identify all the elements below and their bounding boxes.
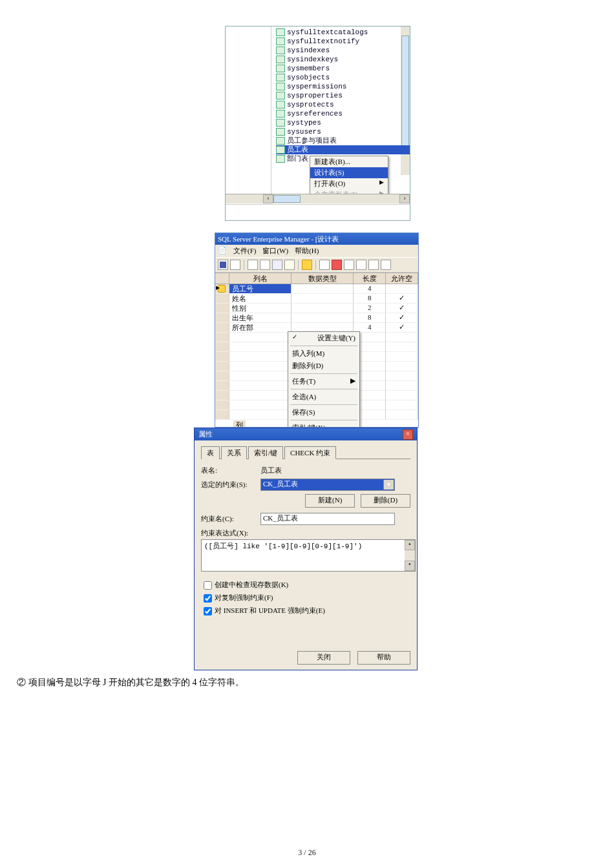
primary-key-icon[interactable] (302, 260, 312, 270)
menu-new-table[interactable]: 新建表(B)... (310, 156, 388, 167)
table-icon (276, 137, 285, 145)
tree-item-label: sysreferences (287, 109, 343, 118)
help-button[interactable]: 帮助 (357, 651, 410, 665)
tree-item[interactable]: 员工表 (276, 145, 410, 154)
label-constraint-name: 约束名(C): (201, 514, 260, 524)
tab-table[interactable]: 表 (201, 446, 220, 459)
relationships-icon[interactable] (332, 260, 342, 270)
cell-col-name: 所在部 (229, 323, 291, 333)
new-button[interactable]: 新建(N) (305, 494, 355, 508)
tree-item-label: 员工参与项目表 (287, 136, 337, 145)
menu-window[interactable]: 窗口(W) (262, 246, 288, 256)
table-row[interactable]: 姓名8✓ (215, 294, 418, 304)
window-title: SQL Server Enterprise Manager - [设计表 (215, 233, 418, 245)
table-icon (276, 92, 285, 99)
paste-icon[interactable] (284, 260, 295, 270)
script-icon[interactable] (230, 260, 240, 270)
cell-allow-null: ✓ (386, 313, 418, 323)
tree-item-label: sysfulltextcatalogs (287, 28, 368, 37)
table-icon (276, 146, 285, 154)
diagram-icon[interactable] (368, 260, 379, 270)
tree-item[interactable]: sysusers (276, 127, 410, 136)
check-icon[interactable] (356, 260, 366, 270)
table-row[interactable]: 性别2✓ (215, 304, 418, 313)
label-selected-constraint: 选定的约束(S): (201, 480, 260, 490)
cell-col-name: 性别 (229, 304, 291, 313)
cell-col-name: 出生年 (229, 313, 291, 323)
tree-item-label: sysproperties (287, 91, 343, 100)
delete-button[interactable]: 删除(D) (361, 494, 410, 508)
menu-save[interactable]: 保存(S) (288, 406, 359, 418)
table-icon (276, 110, 285, 118)
tree-item[interactable]: 员工参与项目表 (276, 136, 410, 145)
tree-item[interactable]: syspermissions (276, 82, 410, 91)
indexes-icon[interactable] (319, 260, 330, 270)
tree-item-label: 员工表 (287, 145, 308, 154)
menu-set-primary-key[interactable]: 设置主键(Y) (288, 332, 359, 344)
table-icon (276, 37, 285, 45)
table-row[interactable]: 员工号4 (215, 284, 418, 294)
tree-item[interactable]: systypes (276, 118, 410, 127)
menu-design-table[interactable]: 设计表(S) (310, 167, 388, 178)
manage-icon[interactable] (344, 260, 354, 270)
cell-allow-null: ✓ (386, 304, 418, 313)
table-icon (276, 28, 285, 36)
properties-icon[interactable] (381, 260, 391, 270)
dialog-title: 属性 (198, 429, 213, 439)
bottom-section-label: 列 (233, 420, 246, 428)
menu-open-table[interactable]: 打开表(O)▶ (310, 178, 388, 189)
menu-index-key[interactable]: 索引/键(X)... (288, 422, 359, 428)
tree-item-label: sysprotects (287, 100, 334, 109)
tree-item[interactable]: sysobjects (276, 73, 410, 82)
cut-icon[interactable] (260, 260, 270, 270)
tree-item[interactable]: sysprotects (276, 100, 410, 109)
scroll-left-icon[interactable]: ‹ (263, 194, 273, 203)
close-button[interactable]: 关闭 (297, 651, 350, 665)
tree-item[interactable]: sysmembers (276, 64, 410, 73)
table-row[interactable]: 出生年8✓ (215, 313, 418, 323)
scroll-thumb[interactable] (273, 195, 301, 203)
constraint-expr-textarea[interactable]: ([员工号] like '[1-9][0-9][0-9][1-9]') ▴ ▾ (201, 539, 416, 572)
left-splitter-pane (226, 26, 271, 194)
checkbox-enforce-replication[interactable]: 对复制强制约束(F) (201, 592, 410, 604)
cell-col-len: 2 (354, 304, 386, 313)
close-icon[interactable]: × (403, 429, 413, 440)
cell-col-len: 8 (354, 294, 386, 304)
table-icon (276, 101, 285, 108)
copy-icon[interactable] (272, 260, 282, 270)
tree-item[interactable]: sysreferences (276, 109, 410, 118)
menu-insert-column[interactable]: 插入列(M) (288, 347, 359, 360)
menu-help[interactable]: 帮助(H) (295, 246, 319, 256)
cell-allow-null (386, 284, 418, 294)
tree-item[interactable]: sysindexes (276, 46, 410, 55)
menubar[interactable]: 📄 文件(F) 窗口(W) 帮助(H) (215, 245, 418, 257)
tree-item-label: 部门表 (287, 154, 308, 163)
new-icon[interactable] (248, 260, 258, 270)
tree-item[interactable]: sysfulltextcatalogs (276, 28, 410, 37)
save-icon[interactable] (218, 260, 228, 270)
menu-file[interactable]: 文件(F) (233, 246, 256, 256)
selected-constraint-dropdown[interactable]: CK_员工表 ▼ (260, 479, 395, 491)
column-context-menu: 设置主键(Y) 插入列(M) 删除列(D) 任务(T)▶ 全选(A) 保存(S)… (288, 331, 360, 428)
tree-scrollbar-h[interactable]: ‹ › (226, 194, 410, 203)
tree-item-label: sysobjects (287, 73, 330, 82)
textarea-scrollbar[interactable]: ▴ ▾ (405, 540, 415, 571)
scroll-up-icon[interactable]: ▴ (405, 540, 415, 550)
scroll-down-icon[interactable]: ▾ (405, 561, 415, 571)
tree-item[interactable]: sysindexkeys (276, 55, 410, 64)
constraint-name-input[interactable]: CK_员工表 (260, 513, 395, 525)
menu-task[interactable]: 任务(T)▶ (288, 375, 359, 388)
checkbox-check-existing[interactable]: 创建中检查现存数据(K) (201, 579, 410, 592)
tree-item[interactable]: sysfulltextnotify (276, 37, 410, 46)
menu-select-all[interactable]: 全选(A) (288, 391, 359, 403)
scroll-right-icon[interactable]: › (399, 194, 410, 203)
tables-tree[interactable]: sysfulltextcatalogssysfulltextnotifysysi… (276, 28, 410, 176)
tab-index-key[interactable]: 索引/键 (248, 446, 283, 459)
menu-delete-column[interactable]: 删除列(D) (288, 360, 359, 372)
tree-item[interactable]: sysproperties (276, 91, 410, 100)
tab-check-constraint[interactable]: CHECK 约束 (284, 446, 336, 459)
checkbox-enforce-insert-update[interactable]: 对 INSERT 和 UPDATE 强制约束(E) (201, 605, 410, 617)
tab-relation[interactable]: 关系 (221, 446, 247, 459)
cell-col-len: 4 (354, 284, 386, 294)
design-table-window: SQL Server Enterprise Manager - [设计表 📄 文… (215, 232, 419, 428)
